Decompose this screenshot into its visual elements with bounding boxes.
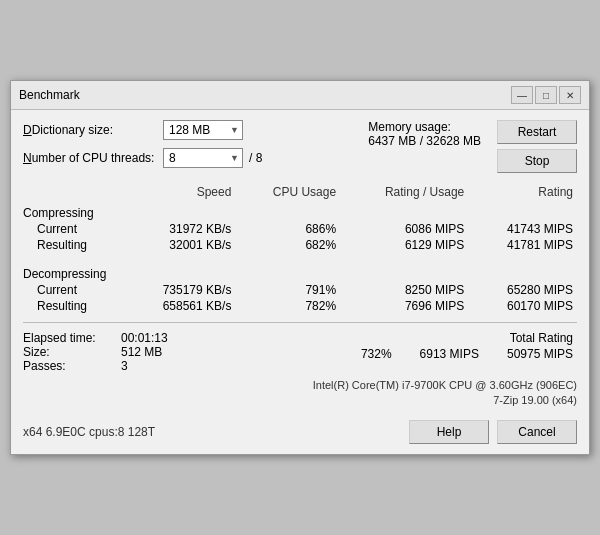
total-rating-rating: 50975 MIPS	[507, 347, 573, 361]
elapsed-value: 00:01:13	[121, 331, 168, 345]
memory-info: Memory usage: 6437 MB / 32628 MB	[368, 120, 481, 148]
benchmark-table: Speed CPU Usage Rating / Usage Rating Co…	[23, 184, 577, 314]
version-info: 7-Zip 19.00 (x64)	[23, 394, 577, 406]
title-bar: Benchmark — □ ✕	[11, 81, 589, 110]
decomp-resulting-rating: 60170 MIPS	[468, 298, 577, 314]
decompressing-label: Decompressing	[23, 261, 577, 282]
dictionary-label: DDictionary size:	[23, 123, 163, 137]
passes-label: Passes:	[23, 359, 113, 373]
comp-resulting-rating-usage: 6129 MIPS	[340, 237, 468, 253]
memory-total: 32628 MB	[426, 134, 481, 148]
decomp-resulting-label: Resulting	[23, 298, 123, 314]
total-rating-label: Total Rating	[510, 331, 573, 345]
comp-current-row: Current 31972 KB/s 686% 6086 MIPS 41743 …	[23, 221, 577, 237]
passes-value: 3	[121, 359, 128, 373]
comp-resulting-rating: 41781 MIPS	[468, 237, 577, 253]
comp-current-cpu: 686%	[235, 221, 340, 237]
comp-resulting-label: Resulting	[23, 237, 123, 253]
cancel-button[interactable]: Cancel	[497, 420, 577, 444]
cpu-threads-select-wrapper: 8 1 2 4 16 ▼	[163, 148, 243, 168]
decompressing-header-row: Decompressing	[23, 261, 577, 282]
decomp-current-label: Current	[23, 282, 123, 298]
stop-button[interactable]: Stop	[497, 149, 577, 173]
total-rating-label-wrapper: Total Rating	[183, 331, 573, 345]
size-value: 512 MB	[121, 345, 162, 359]
action-buttons: Restart Stop	[497, 120, 577, 173]
comp-resulting-cpu: 682%	[235, 237, 340, 253]
bottom-section: Elapsed time: 00:01:13 Size: 512 MB Pass…	[23, 322, 577, 406]
col-header-name	[23, 184, 123, 200]
decomp-resulting-cpu: 782%	[235, 298, 340, 314]
title-bar-left: Benchmark	[19, 88, 80, 102]
memory-values: 6437 MB / 32628 MB	[368, 134, 481, 148]
comp-current-speed: 31972 KB/s	[123, 221, 236, 237]
footer-buttons: Help Cancel	[409, 420, 577, 444]
decomp-current-rating: 65280 MIPS	[468, 282, 577, 298]
decomp-current-rating-usage: 8250 MIPS	[340, 282, 468, 298]
col-header-speed: Speed	[123, 184, 236, 200]
decomp-resulting-speed: 658561 KB/s	[123, 298, 236, 314]
cpu-threads-row: Number of CPU threads: 8 1 2 4 16 ▼ / 8	[23, 148, 262, 168]
comp-current-rating-usage: 6086 MIPS	[340, 221, 468, 237]
decomp-resulting-rating-usage: 7696 MIPS	[340, 298, 468, 314]
comp-current-label: Current	[23, 221, 123, 237]
footer-code: x64 6.9E0C cpus:8 128T	[23, 425, 155, 439]
decomp-current-speed: 735179 KB/s	[123, 282, 236, 298]
size-stat: Size: 512 MB	[23, 345, 183, 359]
cpu-info: Intel(R) Core(TM) i7-9700K CPU @ 3.60GHz…	[23, 379, 577, 391]
comp-resulting-row: Resulting 32001 KB/s 682% 6129 MIPS 4178…	[23, 237, 577, 253]
comp-current-rating: 41743 MIPS	[468, 221, 577, 237]
spacer-row-1	[23, 253, 577, 261]
size-label: Size:	[23, 345, 113, 359]
cpu-threads-select[interactable]: 8 1 2 4 16	[163, 148, 243, 168]
benchmark-window: Benchmark — □ ✕ DDictionary size: 128 MB	[10, 80, 590, 455]
memory-label: Memory usage:	[368, 120, 481, 134]
right-area: Memory usage: 6437 MB / 32628 MB Restart…	[368, 120, 577, 173]
help-button[interactable]: Help	[409, 420, 489, 444]
close-button[interactable]: ✕	[559, 86, 581, 104]
window-title: Benchmark	[19, 88, 80, 102]
minimize-button[interactable]: —	[511, 86, 533, 104]
dictionary-row: DDictionary size: 128 MB 64 MB 256 MB 51…	[23, 120, 262, 140]
total-rating-cpu: 732%	[361, 347, 392, 361]
left-stats: Elapsed time: 00:01:13 Size: 512 MB Pass…	[23, 331, 183, 373]
decomp-resulting-row: Resulting 658561 KB/s 782% 7696 MIPS 601…	[23, 298, 577, 314]
dictionary-select-wrapper: 128 MB 64 MB 256 MB 512 MB ▼	[163, 120, 243, 140]
total-rating-area: Total Rating732%6913 MIPS50975 MIPS	[183, 331, 577, 373]
content-area: DDictionary size: 128 MB 64 MB 256 MB 51…	[11, 110, 589, 454]
compressing-header-row: Compressing	[23, 200, 577, 221]
col-header-rating: Rating	[468, 184, 577, 200]
footer-row: x64 6.9E0C cpus:8 128T Help Cancel	[23, 414, 577, 444]
thread-suffix: / 8	[249, 151, 262, 165]
elapsed-stat: Elapsed time: 00:01:13	[23, 331, 183, 345]
col-header-rating-usage: Rating / Usage	[340, 184, 468, 200]
table-header-row: Speed CPU Usage Rating / Usage Rating	[23, 184, 577, 200]
passes-stat: Passes: 3	[23, 359, 183, 373]
cpu-threads-label: Number of CPU threads:	[23, 151, 163, 165]
elapsed-label: Elapsed time:	[23, 331, 113, 345]
stats-row: Elapsed time: 00:01:13 Size: 512 MB Pass…	[23, 331, 577, 373]
decomp-current-row: Current 735179 KB/s 791% 8250 MIPS 65280…	[23, 282, 577, 298]
memory-current: 6437 MB	[368, 134, 416, 148]
comp-resulting-speed: 32001 KB/s	[123, 237, 236, 253]
form-area: DDictionary size: 128 MB 64 MB 256 MB 51…	[23, 120, 262, 176]
title-bar-controls: — □ ✕	[511, 86, 581, 104]
restart-button[interactable]: Restart	[497, 120, 577, 144]
decomp-current-cpu: 791%	[235, 282, 340, 298]
total-rating-mips: 6913 MIPS	[420, 347, 479, 361]
compressing-label: Compressing	[23, 200, 577, 221]
dictionary-select[interactable]: 128 MB 64 MB 256 MB 512 MB	[163, 120, 243, 140]
total-rating-values: 732%6913 MIPS50975 MIPS	[361, 347, 573, 361]
col-header-cpu: CPU Usage	[235, 184, 340, 200]
maximize-button[interactable]: □	[535, 86, 557, 104]
